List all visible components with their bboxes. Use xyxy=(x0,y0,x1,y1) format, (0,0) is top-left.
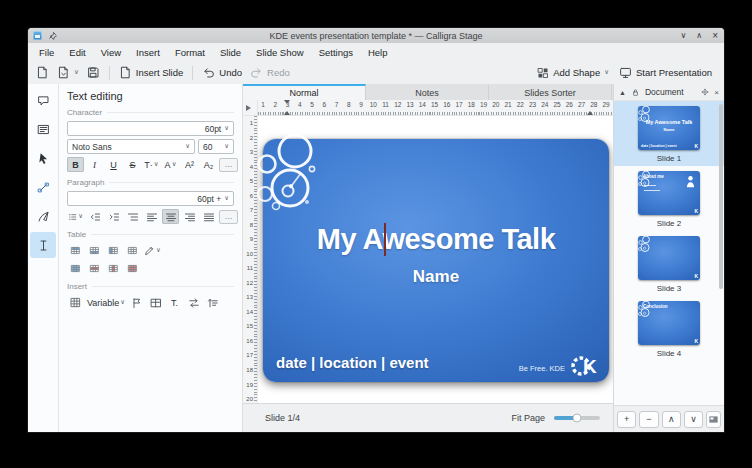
special-character-button[interactable] xyxy=(67,295,84,310)
float-panel-icon[interactable] xyxy=(701,88,709,96)
path-tool[interactable] xyxy=(30,203,56,229)
zoom-slider-knob[interactable] xyxy=(573,414,582,423)
insert-row-above-button[interactable] xyxy=(67,243,84,258)
font-size-combobox[interactable]: 60 xyxy=(198,139,234,154)
font-family-combobox[interactable]: Noto Sans xyxy=(67,139,195,154)
redo-button[interactable]: Redo xyxy=(246,64,294,81)
basic-shapes-tool[interactable] xyxy=(30,87,56,113)
zoom-slider[interactable] xyxy=(554,416,600,420)
align-center-button[interactable] xyxy=(162,209,179,224)
slide-thumbnail[interactable]: K xyxy=(638,236,700,280)
delete-row-button[interactable] xyxy=(86,261,103,276)
paragraph-direction-button[interactable] xyxy=(204,295,221,310)
add-slide-button[interactable]: + xyxy=(617,411,636,428)
remove-slide-button[interactable]: − xyxy=(639,411,658,428)
slide-thumbnail[interactable]: About meK xyxy=(638,171,700,215)
slide-thumbnail-item[interactable]: My Awesome TalkNamedate | location | eve… xyxy=(614,101,724,166)
align-justify-button[interactable] xyxy=(200,209,217,224)
delete-table-button[interactable] xyxy=(124,261,141,276)
insert-row-below-button[interactable] xyxy=(86,243,103,258)
change-text-direction-button[interactable] xyxy=(185,295,202,310)
menu-item-view[interactable]: View xyxy=(101,47,121,58)
bookmark-button[interactable] xyxy=(128,295,145,310)
connector-tool[interactable] xyxy=(30,174,56,200)
font-color-button[interactable]: A xyxy=(162,157,179,172)
more-paragraph-options-button[interactable]: … xyxy=(219,210,238,224)
text-tool[interactable] xyxy=(30,232,56,258)
align-left-button[interactable] xyxy=(143,209,160,224)
tab-notes[interactable]: Notes xyxy=(366,84,489,100)
delete-column-button[interactable] xyxy=(105,261,122,276)
menu-item-format[interactable]: Format xyxy=(175,47,205,58)
underline-button[interactable]: U xyxy=(105,157,122,172)
slide-subtitle-text[interactable]: Name xyxy=(263,267,609,287)
menu-item-file[interactable]: File xyxy=(39,47,54,58)
text-style-button[interactable]: T. xyxy=(166,295,183,310)
insert-table-button[interactable] xyxy=(147,295,164,310)
bold-button[interactable]: B xyxy=(67,157,84,172)
superscript-button[interactable]: A² xyxy=(181,157,198,172)
slide-thumbnail[interactable]: My Awesome TalkNamedate | location | eve… xyxy=(638,106,700,150)
menu-item-settings[interactable]: Settings xyxy=(319,47,353,58)
more-character-options-button[interactable]: … xyxy=(219,158,238,172)
new-document-button[interactable] xyxy=(32,64,53,81)
menu-item-help[interactable]: Help xyxy=(368,47,388,58)
variable-button[interactable]: Variable xyxy=(86,295,126,310)
move-slide-down-button[interactable]: ∨ xyxy=(684,411,703,428)
collapse-icon[interactable]: ▲ xyxy=(619,89,626,96)
pin-icon[interactable] xyxy=(48,31,57,40)
close-button[interactable]: × xyxy=(712,30,718,41)
slide-thumbnail-item[interactable]: ConclusionKSlide 4 xyxy=(614,296,724,361)
save-button[interactable] xyxy=(83,64,104,81)
character-style-combobox[interactable]: 60pt xyxy=(67,121,234,136)
close-panel-icon[interactable]: × xyxy=(714,88,719,97)
slide-thumbnail-item[interactable]: About meKSlide 2 xyxy=(614,166,724,231)
slide-tagline-text[interactable]: Be Free. KDE xyxy=(519,364,565,373)
lock-icon[interactable] xyxy=(631,88,640,97)
maximize-button[interactable]: ∧ xyxy=(696,31,702,40)
minimize-button[interactable]: ∨ xyxy=(680,31,686,40)
subscript-button[interactable]: A₂ xyxy=(200,157,217,172)
list-style-button[interactable] xyxy=(67,209,84,224)
tab-normal[interactable]: Normal xyxy=(243,84,366,100)
italic-button[interactable]: I xyxy=(86,157,103,172)
indent-less-button[interactable] xyxy=(86,209,103,224)
slide-thumbnail-item[interactable]: KSlide 3 xyxy=(614,231,724,296)
slide-canvas[interactable]: 1234567891011121314151617181920 My Aweso… xyxy=(243,116,614,403)
indent-auto-button[interactable] xyxy=(124,209,141,224)
indent-marker[interactable] xyxy=(587,111,593,115)
tab-slides-sorter[interactable]: Slides Sorter xyxy=(489,84,612,100)
insert-slide-button[interactable]: Insert Slide xyxy=(115,64,188,81)
border-pen-button[interactable] xyxy=(143,243,162,258)
zoom-mode-label[interactable]: Fit Page xyxy=(511,413,545,423)
indent-more-button[interactable] xyxy=(105,209,122,224)
menu-item-slide-show[interactable]: Slide Show xyxy=(256,47,304,58)
indent-marker[interactable] xyxy=(284,111,290,115)
slide-properties-button[interactable] xyxy=(706,411,721,428)
slide-thumbnail[interactable]: ConclusionK xyxy=(638,301,700,345)
undo-button[interactable]: Undo xyxy=(198,64,246,81)
strikethrough-button[interactable]: S xyxy=(124,157,141,172)
vertical-ruler[interactable]: 1234567891011121314151617181920 xyxy=(243,116,258,403)
merge-cells-button[interactable] xyxy=(67,261,84,276)
panel-scrollbar[interactable] xyxy=(719,104,723,289)
table-style-button[interactable] xyxy=(124,243,141,258)
slide-footer-text[interactable]: date | location | event xyxy=(276,354,429,371)
horizontal-ruler[interactable]: 1234567891011121314151617181920212223242… xyxy=(258,100,614,115)
change-case-button[interactable]: T· xyxy=(143,157,160,172)
move-slide-up-button[interactable]: ∧ xyxy=(662,411,681,428)
paragraph-style-combobox[interactable]: 60pt + xyxy=(67,191,234,206)
indent-marker[interactable] xyxy=(284,100,290,104)
slide-layout-tool[interactable] xyxy=(30,116,56,142)
menu-item-insert[interactable]: Insert xyxy=(136,47,160,58)
slide-title-text[interactable]: My Awesome Talk xyxy=(263,223,609,256)
menu-item-slide[interactable]: Slide xyxy=(220,47,241,58)
slide-page[interactable]: My Awesome Talk Name date | location | e… xyxy=(263,139,609,382)
menu-item-edit[interactable]: Edit xyxy=(69,47,85,58)
selection-tool[interactable] xyxy=(30,145,56,171)
insert-column-button[interactable] xyxy=(105,243,122,258)
start-presentation-button[interactable]: Start Presentation xyxy=(615,64,716,81)
open-document-button[interactable] xyxy=(53,64,83,81)
add-shape-button[interactable]: Add Shape xyxy=(533,65,613,81)
align-right-button[interactable] xyxy=(181,209,198,224)
